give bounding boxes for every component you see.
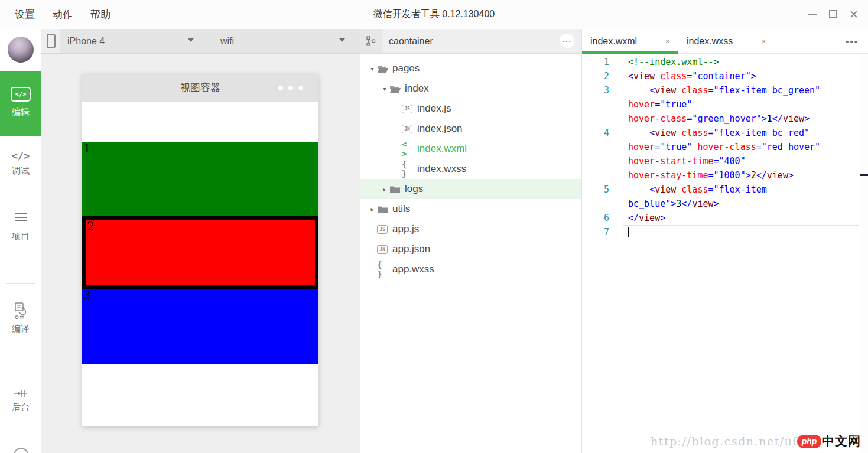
tab-overflow-button[interactable]: •••	[846, 29, 859, 54]
view-block-green[interactable]: 1	[82, 142, 318, 216]
tree-item-index-wxss[interactable]: { }index.wxss	[360, 159, 581, 179]
tab-label: index.wxml	[590, 36, 661, 47]
tree-structure-button[interactable]	[360, 29, 382, 53]
device-toolbar: iPhone 4 wifi	[41, 29, 360, 54]
phone-preview: 视图容器 1 2 3	[82, 74, 318, 426]
php-logo-icon: php	[797, 435, 821, 448]
code-line[interactable]: hover-class="green_hover">1</view>	[582, 112, 860, 126]
line-number: 1	[582, 55, 609, 69]
line-number	[582, 197, 609, 211]
sidebar-item-edit[interactable]: </> 编辑	[0, 71, 41, 136]
simulator-panel: iPhone 4 wifi 视图容器 1 2 3	[41, 29, 360, 453]
sidebar-item-project[interactable]: 项目	[0, 211, 41, 242]
scrollbar-marker	[860, 174, 868, 176]
menu-bar: 设置 动作 帮助	[15, 0, 110, 28]
sidebar-item-label: 编译	[0, 324, 41, 335]
project-bar: caontainer ···	[360, 29, 581, 54]
maximize-icon[interactable]	[829, 10, 837, 18]
folder-open-icon	[389, 84, 401, 93]
code-line[interactable]: hover="true" hover-class="red_hover"	[582, 140, 860, 154]
line-number: 5	[582, 182, 609, 197]
tree-item-label: app.wxss	[392, 263, 434, 275]
code-line[interactable]: 6</view>	[582, 211, 860, 225]
code-line[interactable]: hover-stay-time="1000">2</view>	[582, 168, 860, 182]
navbar-menu-dots-icon[interactable]	[278, 86, 303, 90]
tree-item-utils[interactable]: ▸utils	[360, 199, 581, 219]
sidebar-divider	[6, 283, 35, 284]
chevron-down-icon[interactable]: ▾	[368, 66, 377, 72]
tab-index-wxml[interactable]: index.wxml ×	[582, 29, 678, 53]
menu-icon	[15, 211, 27, 224]
tree-item-index-json[interactable]: JNindex.json	[360, 119, 581, 139]
line-number	[582, 168, 609, 182]
chevron-right-icon[interactable]: ▸	[368, 206, 377, 213]
avatar[interactable]	[8, 37, 34, 63]
sidebar-item-compile[interactable]: 编译	[0, 302, 41, 335]
sidebar: </> 编辑 </> 调试 项目	[0, 29, 41, 453]
line-number	[582, 140, 609, 154]
sidebar-item-backend[interactable]: 后台	[0, 388, 41, 413]
tab-close-icon[interactable]: ×	[761, 36, 766, 46]
tree-item-label: index.json	[417, 123, 463, 135]
titlebar: 设置 动作 帮助 微信开发者工具 0.12.130400 ✕	[0, 0, 868, 28]
tree-item-label: index.wxss	[417, 163, 466, 175]
chevron-down-icon[interactable]	[339, 38, 345, 42]
project-name: caontainer	[389, 36, 433, 47]
tab-index-wxss[interactable]: index.wxss ×	[678, 29, 775, 53]
tree-item-label: index.wxml	[417, 143, 467, 155]
tree-item-index[interactable]: ▾index	[360, 79, 581, 99]
view-block-blue[interactable]: 3	[82, 289, 318, 364]
tree-item-pages[interactable]: ▾pages	[360, 58, 581, 79]
watermark-url: http://blog.csdn.net/u0	[651, 435, 801, 448]
code-line[interactable]: bc_blue">3</view>	[582, 197, 860, 211]
line-number	[582, 154, 609, 168]
device-select[interactable]: iPhone 4	[67, 29, 105, 53]
menu-help[interactable]: 帮助	[90, 8, 110, 21]
menu-actions[interactable]: 动作	[53, 8, 73, 21]
code-line[interactable]: hover="true"	[582, 97, 860, 112]
code-line[interactable]: 7	[582, 225, 860, 239]
code-line[interactable]: 2<view class="container">	[582, 69, 860, 83]
tree-item-app-wxss[interactable]: { }app.wxss	[360, 259, 581, 279]
hierarchy-icon	[366, 36, 376, 46]
close-icon[interactable]: ✕	[849, 9, 859, 20]
tab-bar: index.wxml × index.wxss × •••	[582, 29, 868, 54]
file-tree-panel: caontainer ··· ▾pages▾indexJSindex.jsJNi…	[360, 29, 582, 453]
chevron-down-icon[interactable]: ▾	[380, 86, 389, 92]
chevron-down-icon[interactable]	[188, 38, 194, 42]
tree-item-label: logs	[405, 183, 423, 195]
sidebar-item-debug[interactable]: </> 调试	[0, 150, 41, 177]
editor-scrollbar[interactable]	[860, 54, 868, 453]
tab-close-icon[interactable]: ×	[665, 36, 670, 46]
tree-item-index-wxml[interactable]: < >index.wxml	[360, 139, 581, 159]
tree-item-index-js[interactable]: JSindex.js	[360, 99, 581, 119]
sidebar-item-label: 后台	[0, 402, 41, 413]
code-line[interactable]: 4 <view class="flex-item bc_red"	[582, 126, 860, 140]
code-line[interactable]: 1<!--index.wxml-->	[582, 55, 860, 69]
window-controls: ✕	[808, 0, 859, 28]
block-label: 3	[83, 289, 91, 301]
project-more-button[interactable]: ···	[560, 34, 574, 48]
line-number	[582, 97, 609, 112]
chevron-right-icon[interactable]: ▸	[380, 186, 389, 193]
php-cn-logo-text: 中文网	[822, 433, 861, 449]
code-line[interactable]: hover-start-time="400"	[582, 154, 860, 168]
tree-item-app-json[interactable]: JNapp.json	[360, 239, 581, 259]
code-line[interactable]: 3 <view class="flex-item bc_green"	[582, 83, 860, 97]
tree-item-app-js[interactable]: JSapp.js	[360, 219, 581, 239]
network-select[interactable]: wifi	[220, 29, 234, 53]
wxml-file-icon: < >	[402, 139, 417, 158]
phone-icon	[47, 34, 56, 48]
menu-settings[interactable]: 设置	[15, 8, 35, 21]
view-block-red[interactable]: 2	[82, 216, 318, 289]
device-frame-button[interactable]	[41, 29, 60, 53]
code-editor[interactable]: 1<!--index.wxml-->2<view class="containe…	[582, 54, 860, 453]
block-label: 1	[83, 142, 91, 154]
tree-item-label: index.js	[417, 103, 451, 115]
tree-item-label: app.json	[392, 243, 430, 255]
js-file-icon: JS	[402, 105, 412, 113]
tree-item-logs[interactable]: ▸logs	[360, 179, 581, 199]
tab-label: index.wxss	[687, 36, 758, 47]
minimize-icon[interactable]	[808, 14, 817, 15]
code-line[interactable]: 5 <view class="flex-item	[582, 182, 860, 197]
